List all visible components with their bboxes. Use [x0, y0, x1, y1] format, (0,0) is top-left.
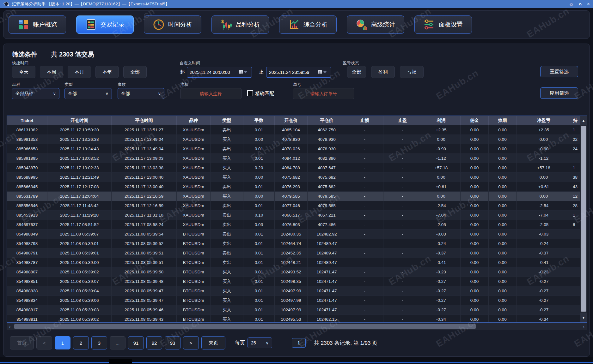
apply-filter-button[interactable]: 应用筛选 — [540, 87, 578, 99]
table-row[interactable]: 8549887912025.11.08 05:39:012025.11.08 0… — [7, 248, 581, 258]
page-3-button[interactable]: 3 — [91, 336, 107, 349]
type-select[interactable]: 全部 ∨ — [64, 88, 112, 99]
column-header[interactable]: Ticket — [7, 116, 47, 125]
table-row[interactable]: 8859813532025.11.17 13:26:382025.11.17 1… — [7, 135, 581, 144]
date-to-field[interactable] — [266, 67, 331, 78]
column-header[interactable]: 品种 — [177, 116, 211, 125]
column-header[interactable]: 止盈 — [383, 116, 422, 125]
pnl-all-button[interactable]: 全部 — [347, 66, 366, 78]
column-header[interactable]: 类型 — [211, 116, 243, 125]
date-dropdown-icon[interactable] — [323, 71, 327, 73]
app-logo-icon — [3, 2, 9, 7]
date-from-input[interactable] — [190, 70, 237, 75]
nav-account-overview[interactable]: 账户概览 — [9, 15, 66, 34]
column-header[interactable]: 手数 — [243, 116, 275, 125]
table-row[interactable]: 8549888512025.11.08 05:39:072025.11.08 0… — [7, 277, 581, 286]
table-row[interactable]: 8858438702025.11.17 13:02:332025.11.17 1… — [7, 163, 581, 173]
pnl-loss-button[interactable]: 亏损 — [400, 66, 424, 78]
nav-panel-settings[interactable]: 面板设置 — [414, 15, 472, 34]
page-jump-input[interactable] — [292, 338, 306, 348]
page-prev-button[interactable]: < — [36, 336, 52, 349]
page-91-button[interactable]: 91 — [128, 336, 144, 349]
per-page-select[interactable]: 25 ∨ — [248, 337, 272, 348]
exact-match-checkbox[interactable] — [247, 90, 253, 96]
page-first-button[interactable]: 首页 — [10, 336, 34, 349]
horizontal-scrollbar[interactable]: ‹ › — [7, 323, 587, 330]
scroll-left-icon[interactable]: ‹ — [7, 323, 13, 330]
scroll-right-icon[interactable]: › — [581, 323, 587, 330]
table-row[interactable]: 8856889952025.11.17 12:21:492025.11.17 1… — [7, 173, 581, 182]
nav-composite-analysis[interactable]: 综合分析 — [279, 15, 337, 34]
table-row[interactable]: 8856663452025.11.17 12:17:082025.11.17 1… — [7, 182, 581, 192]
table-row[interactable]: 8549888342025.11.08 05:39:062025.11.08 0… — [7, 296, 581, 305]
nav-trade-records[interactable]: 交易记录 — [76, 15, 134, 34]
reset-filter-button[interactable]: 重置筛选 — [540, 66, 578, 77]
column-header[interactable]: 平仓时间 — [112, 116, 177, 125]
page-last-button[interactable]: 末页 — [201, 336, 225, 349]
symbol-select[interactable]: 全部品种 ∨ — [12, 88, 59, 99]
table-cell: - — [346, 144, 383, 154]
close-icon[interactable]: × — [587, 2, 590, 7]
theme-icon[interactable]: ☼ — [569, 2, 573, 7]
page-92-button[interactable]: 92 — [146, 336, 162, 349]
vertical-scrollbar[interactable]: ▲ ▼ — [580, 116, 587, 322]
column-header[interactable]: 利润 — [422, 116, 461, 125]
pnl-profit-button[interactable]: 盈利 — [371, 66, 395, 78]
table-row[interactable]: 8855565462025.11.17 11:48:422025.11.17 1… — [7, 201, 581, 211]
table-row[interactable]: 8854539132025.11.17 11:29:282025.11.17 1… — [7, 211, 581, 220]
nav-advanced-stats[interactable]: 高级统计 — [347, 15, 404, 34]
column-header[interactable]: 开仓时间 — [47, 116, 112, 125]
calendar-icon[interactable] — [318, 69, 322, 75]
date-to-input[interactable] — [269, 70, 316, 75]
table-cell: - — [346, 220, 383, 230]
quick-week-button[interactable]: 本周 — [40, 66, 63, 78]
table-row[interactable]: 8549888112025.11.08 05:39:022025.11.08 0… — [7, 315, 581, 323]
quick-today-button[interactable]: 今天 — [12, 66, 35, 78]
table-row[interactable]: 8861313822025.11.17 13:50:202025.11.17 1… — [7, 125, 581, 135]
date-from-field[interactable] — [187, 67, 252, 78]
column-header[interactable]: 佣金 — [461, 116, 489, 125]
column-header[interactable]: 净盈亏 — [517, 116, 571, 125]
column-header[interactable]: 掉期 — [489, 116, 517, 125]
page-1-button[interactable]: 1 — [55, 336, 70, 349]
table-cell: BTCUSDm — [177, 248, 211, 258]
page-93-button[interactable]: 93 — [165, 336, 180, 349]
magic-select[interactable]: 全部 ∨ — [118, 88, 164, 99]
vertical-scroll-thumb[interactable] — [581, 126, 586, 312]
nav-symbol-analysis[interactable]: $ 品种分析 — [211, 15, 269, 34]
table-row[interactable]: 8549887982025.11.08 05:39:012025.11.08 0… — [7, 239, 581, 248]
quick-year-button[interactable]: 本年 — [95, 66, 119, 78]
table-cell: -0.27 — [422, 286, 461, 296]
table-row[interactable]: 8846976372025.11.17 08:51:522025.11.17 0… — [7, 220, 581, 230]
comment-input[interactable] — [180, 88, 241, 99]
table-cell: 2025.11.17 13:50:20 — [47, 125, 112, 135]
column-header[interactable]: 开仓价 — [275, 116, 308, 125]
quick-month-button[interactable]: 本月 — [68, 66, 91, 78]
table-cell: 2025.11.17 13:24:43 — [47, 144, 112, 154]
table-row[interactable]: 8859666582025.11.17 13:24:432025.11.17 1… — [7, 144, 581, 154]
minimize-icon[interactable]: ^ — [578, 2, 582, 8]
table-cell: 102493.52 — [275, 267, 308, 277]
table-row[interactable]: 8549887872025.11.08 05:39:002025.11.08 0… — [7, 258, 581, 267]
table-cell: 885631789 — [7, 192, 47, 201]
table-row[interactable]: 8549888172025.11.08 05:39:032025.11.08 0… — [7, 305, 581, 315]
table-row[interactable]: 8856317892025.11.17 12:04:042025.11.17 1… — [7, 192, 581, 201]
table-row[interactable]: 8549888282025.11.08 05:39:042025.11.08 0… — [7, 286, 581, 296]
page-2-button[interactable]: 2 — [73, 336, 89, 349]
table-row[interactable]: 8858918952025.11.17 13:08:522025.11.17 1… — [7, 154, 581, 163]
horizontal-scroll-thumb[interactable] — [14, 324, 476, 329]
scroll-down-icon[interactable]: ▼ — [580, 313, 587, 322]
calendar-icon[interactable] — [238, 69, 243, 75]
quick-all-button[interactable]: 全部 — [123, 66, 147, 78]
scroll-up-icon[interactable]: ▲ — [580, 116, 587, 125]
column-header[interactable]: 止损 — [346, 116, 383, 125]
date-dropdown-icon[interactable] — [244, 71, 247, 73]
order-input[interactable] — [293, 88, 354, 99]
nav-time-analysis[interactable]: 时间分析 — [144, 15, 201, 34]
page-next-button[interactable]: > — [183, 336, 199, 349]
table-row[interactable]: 8549888492025.11.08 05:39:072025.11.08 0… — [7, 230, 581, 239]
table-row[interactable]: 8549888072025.11.08 05:39:022025.11.08 0… — [7, 267, 581, 277]
table-cell: 885666345 — [7, 182, 47, 192]
column-header[interactable]: 平仓价 — [308, 116, 346, 125]
table-cell: 102471.47 — [308, 305, 346, 315]
